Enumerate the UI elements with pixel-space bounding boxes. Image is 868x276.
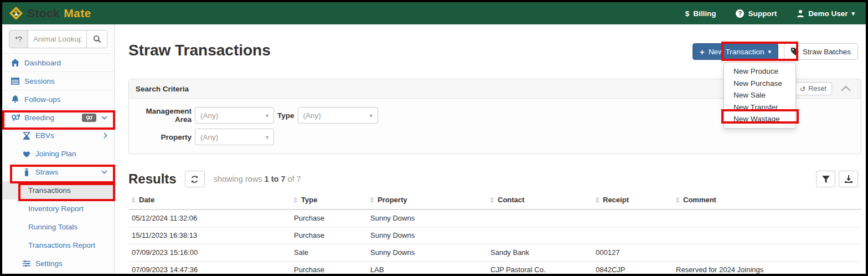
sidebar-item-running-totals[interactable]: Running Totals — [2, 218, 114, 236]
refresh-button[interactable] — [185, 171, 205, 187]
top-bar: StockMate $ Billing ? Support Demo User … — [2, 2, 866, 24]
user-label: Demo User — [808, 9, 848, 18]
cell-contact: Sandy Bank — [487, 244, 592, 261]
type-select[interactable]: (Any) ▾ — [298, 107, 378, 124]
cell-date: 07/09/2023 14:47:36 — [128, 261, 291, 276]
sort-icon — [595, 197, 600, 203]
animal-lookup-input[interactable] — [28, 30, 86, 48]
cell-date: 15/11/2023 16:38:13 — [128, 227, 291, 244]
chevron-down-icon — [101, 170, 107, 174]
column-header-date[interactable]: Date — [128, 192, 291, 209]
brand-logo[interactable]: StockMate — [9, 6, 91, 21]
chevron-down-icon: ▾ — [768, 49, 771, 55]
billing-link[interactable]: $ Billing — [685, 9, 716, 18]
chevron-down-icon: ▾ — [266, 134, 268, 140]
sidebar-item-breeding[interactable]: Breeding — [2, 108, 114, 126]
cell-comment — [673, 209, 861, 227]
results-header: Results showing rows 1 to 7 of 7 — [128, 171, 861, 187]
column-header-type[interactable]: Type — [291, 192, 367, 209]
cell-property: Sunny Downs — [367, 244, 487, 261]
chevron-down-icon: ▾ — [851, 11, 855, 17]
cell-contact — [487, 209, 592, 227]
sort-icon — [490, 197, 494, 203]
menu-item-new-transfer[interactable]: New Transfer — [724, 101, 795, 114]
column-header-contact[interactable]: Contact — [487, 192, 592, 209]
sidebar-item-sessions[interactable]: Sessions — [2, 71, 114, 90]
user-menu[interactable]: Demo User ▾ — [797, 9, 855, 18]
cell-property: LAB — [367, 261, 487, 276]
animal-lookup-search-button[interactable] — [86, 30, 107, 48]
table-row[interactable]: 05/12/2024 11:32:06 Purchase Sunny Downs — [128, 209, 861, 227]
table-header-row: Date Type Property Contact Receipt Comme… — [128, 192, 861, 209]
menu-item-new-wastage[interactable]: New Wastage — [724, 113, 795, 125]
new-transaction-button[interactable]: + New Transaction ▾ — [693, 43, 778, 60]
brand-stock: Stock — [27, 7, 60, 20]
straw-batches-button[interactable]: Straw Batches — [784, 43, 858, 60]
cell-date: 05/12/2024 11:32:06 — [128, 209, 291, 227]
sidebar-item-label: Breeding — [24, 114, 54, 122]
download-button[interactable] — [839, 171, 858, 187]
sidebar-item-settings[interactable]: Settings — [2, 254, 114, 273]
app-window: StockMate $ Billing ? Support Demo User … — [0, 0, 868, 276]
cell-property: Sunny Downs — [367, 209, 487, 227]
sidebar-item-label: Straws — [35, 168, 58, 176]
support-link[interactable]: ? Support — [736, 9, 777, 18]
reset-label: Reset — [808, 85, 826, 93]
chevron-down-icon: ▾ — [369, 113, 372, 119]
sidebar-item-label: Joining Plan — [35, 150, 76, 158]
search-icon — [93, 35, 101, 43]
cell-receipt: 000127 — [592, 244, 673, 261]
menu-item-new-sale[interactable]: New Sale — [724, 89, 795, 101]
filter-button[interactable] — [816, 171, 835, 187]
menu-item-new-purchase[interactable]: New Purchase — [724, 78, 795, 90]
cell-contact — [487, 227, 592, 244]
menu-item-new-produce[interactable]: New Produce — [724, 65, 795, 78]
filter-icon — [822, 176, 830, 183]
sidebar-item-transactions[interactable]: Transactions — [2, 181, 114, 200]
chevron-up-icon[interactable] — [841, 86, 851, 91]
sort-icon — [370, 197, 374, 203]
cell-comment: Reserved for 2024 Joinings — [673, 261, 861, 276]
column-header-receipt[interactable]: Receipt — [592, 192, 673, 209]
cell-receipt: 0842CJP — [592, 261, 673, 276]
management-area-select[interactable]: (Any) ▾ — [195, 107, 274, 124]
sidebar-item-label: Running Totals — [28, 223, 78, 231]
cell-receipt — [592, 227, 673, 244]
sidebar-item-ebvs[interactable]: EBVs — [2, 126, 114, 145]
sort-icon — [293, 197, 298, 203]
vial-icon — [22, 168, 31, 176]
question-icon: ? — [736, 9, 744, 18]
sidebar-item-straws[interactable]: Straws — [2, 163, 114, 181]
reset-button[interactable]: ↺ Reset — [794, 82, 832, 95]
management-area-label: Management Area — [138, 107, 192, 124]
sidebar-item-dashboard[interactable]: Dashboard — [2, 53, 114, 71]
sidebar-item-label: Dashboard — [24, 59, 61, 67]
cell-type: Purchase — [291, 209, 367, 227]
sidebar-item-transactions-report[interactable]: Transactions Report — [2, 236, 114, 254]
sidebar-item-follow-ups[interactable]: Follow-ups — [2, 90, 114, 108]
top-nav: $ Billing ? Support Demo User ▾ — [685, 9, 855, 18]
sidebar-item-joining-plan[interactable]: Joining Plan — [2, 145, 114, 163]
table-row[interactable]: 07/09/2023 14:47:36 Purchase LAB CJP Pas… — [128, 261, 861, 276]
results-table: Date Type Property Contact Receipt Comme… — [128, 192, 861, 276]
cell-type: Purchase — [291, 227, 367, 244]
results-title: Results — [128, 171, 177, 187]
sidebar-item-label: Inventory Report — [28, 205, 84, 213]
table-icon — [11, 78, 20, 85]
column-header-comment[interactable]: Comment — [673, 192, 861, 209]
new-transaction-label: New Transaction — [709, 48, 764, 56]
cell-property: Sunny Downs — [367, 227, 487, 244]
sidebar-nav: Dashboard Sessions Follow-ups — [2, 53, 114, 273]
sidebar-item-inventory-report[interactable]: Inventory Report — [2, 200, 114, 218]
table-row[interactable]: 15/11/2023 16:38:13 Purchase Sunny Downs — [128, 227, 861, 244]
property-select[interactable]: (Any) ▾ — [195, 129, 274, 145]
plus-icon: + — [700, 47, 705, 57]
property-label: Property — [138, 133, 192, 141]
table-row[interactable]: 07/09/2023 15:16:00 Sale Sunny Downs San… — [128, 244, 861, 261]
billing-label: Billing — [693, 9, 716, 18]
cell-comment — [673, 227, 861, 244]
download-icon — [845, 175, 852, 183]
property-value: (Any) — [200, 133, 218, 141]
showing-range: 1 to 7 — [265, 175, 286, 183]
column-header-property[interactable]: Property — [367, 192, 487, 209]
